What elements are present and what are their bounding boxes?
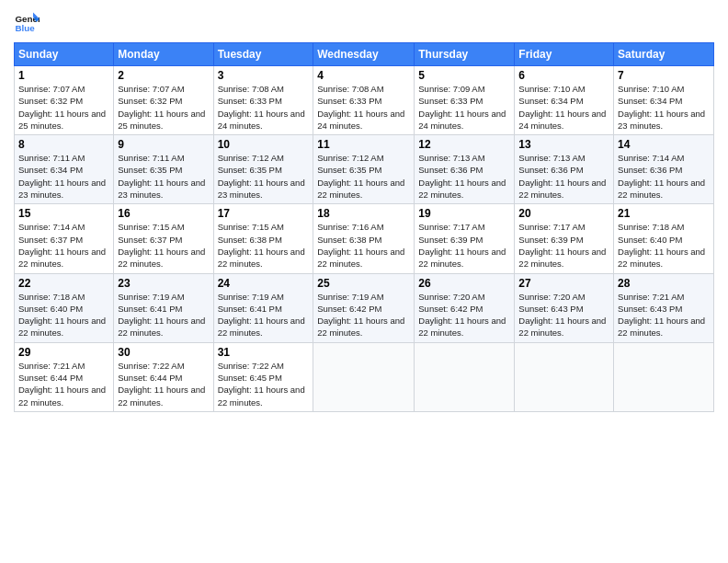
day-cell-7: 7 Sunrise: 7:10 AMSunset: 6:34 PMDayligh… [614, 66, 714, 135]
day-number: 21 [618, 207, 710, 220]
header-wednesday: Wednesday [313, 43, 415, 66]
day-info: Sunrise: 7:10 AMSunset: 6:34 PMDaylight:… [518, 84, 606, 131]
day-number: 5 [418, 69, 510, 82]
day-info: Sunrise: 7:10 AMSunset: 6:34 PMDaylight:… [618, 84, 705, 131]
day-info: Sunrise: 7:22 AMSunset: 6:44 PMDaylight:… [118, 361, 205, 408]
day-info: Sunrise: 7:07 AMSunset: 6:32 PMDaylight:… [118, 84, 205, 131]
day-info: Sunrise: 7:14 AMSunset: 6:37 PMDaylight:… [18, 222, 106, 269]
day-cell-28: 28 Sunrise: 7:21 AMSunset: 6:43 PMDaylig… [614, 273, 714, 342]
header-thursday: Thursday [415, 43, 515, 66]
day-number: 23 [118, 277, 209, 290]
day-number: 12 [418, 138, 510, 151]
day-number: 9 [118, 138, 209, 151]
day-number: 14 [618, 138, 710, 151]
empty-cell [313, 342, 415, 411]
header-sunday: Sunday [15, 43, 114, 66]
day-cell-15: 15 Sunrise: 7:14 AMSunset: 6:37 PMDaylig… [15, 204, 114, 273]
day-number: 17 [218, 207, 310, 220]
day-cell-13: 13 Sunrise: 7:13 AMSunset: 6:36 PMDaylig… [515, 135, 614, 204]
day-info: Sunrise: 7:17 AMSunset: 6:39 PMDaylight:… [418, 222, 506, 269]
day-cell-29: 29 Sunrise: 7:21 AMSunset: 6:44 PMDaylig… [15, 342, 114, 411]
day-number: 6 [518, 69, 609, 82]
day-cell-21: 21 Sunrise: 7:18 AMSunset: 6:40 PMDaylig… [614, 204, 714, 273]
day-cell-16: 16 Sunrise: 7:15 AMSunset: 6:37 PMDaylig… [114, 204, 213, 273]
header-monday: Monday [114, 43, 213, 66]
header-saturday: Saturday [614, 43, 714, 66]
day-number: 30 [118, 346, 209, 359]
day-number: 18 [317, 207, 410, 220]
day-info: Sunrise: 7:18 AMSunset: 6:40 PMDaylight:… [618, 222, 705, 269]
day-info: Sunrise: 7:19 AMSunset: 6:41 PMDaylight:… [118, 292, 205, 339]
day-cell-6: 6 Sunrise: 7:10 AMSunset: 6:34 PMDayligh… [515, 66, 614, 135]
week-row-3: 15 Sunrise: 7:14 AMSunset: 6:37 PMDaylig… [15, 204, 714, 273]
day-info: Sunrise: 7:14 AMSunset: 6:36 PMDaylight:… [618, 153, 705, 200]
day-cell-17: 17 Sunrise: 7:15 AMSunset: 6:38 PMDaylig… [213, 204, 313, 273]
day-info: Sunrise: 7:08 AMSunset: 6:33 PMDaylight:… [218, 84, 305, 131]
header: General Blue [14, 9, 714, 35]
day-number: 31 [218, 346, 310, 359]
day-number: 24 [218, 277, 310, 290]
day-number: 15 [18, 207, 109, 220]
day-cell-12: 12 Sunrise: 7:13 AMSunset: 6:36 PMDaylig… [415, 135, 515, 204]
day-cell-31: 31 Sunrise: 7:22 AMSunset: 6:45 PMDaylig… [213, 342, 313, 411]
day-info: Sunrise: 7:18 AMSunset: 6:40 PMDaylight:… [18, 292, 106, 339]
day-number: 2 [118, 69, 209, 82]
day-number: 22 [18, 277, 109, 290]
day-info: Sunrise: 7:15 AMSunset: 6:37 PMDaylight:… [118, 222, 205, 269]
empty-cell [515, 342, 614, 411]
day-info: Sunrise: 7:22 AMSunset: 6:45 PMDaylight:… [218, 361, 305, 408]
logo: General Blue [14, 9, 43, 35]
empty-cell [415, 342, 515, 411]
day-cell-8: 8 Sunrise: 7:11 AMSunset: 6:34 PMDayligh… [15, 135, 114, 204]
week-row-4: 22 Sunrise: 7:18 AMSunset: 6:40 PMDaylig… [15, 273, 714, 342]
day-cell-26: 26 Sunrise: 7:20 AMSunset: 6:42 PMDaylig… [415, 273, 515, 342]
day-cell-11: 11 Sunrise: 7:12 AMSunset: 6:35 PMDaylig… [313, 135, 415, 204]
day-cell-2: 2 Sunrise: 7:07 AMSunset: 6:32 PMDayligh… [114, 66, 213, 135]
day-cell-3: 3 Sunrise: 7:08 AMSunset: 6:33 PMDayligh… [213, 66, 313, 135]
day-info: Sunrise: 7:16 AMSunset: 6:38 PMDaylight:… [317, 222, 404, 269]
day-number: 26 [418, 277, 510, 290]
week-row-2: 8 Sunrise: 7:11 AMSunset: 6:34 PMDayligh… [15, 135, 714, 204]
day-info: Sunrise: 7:13 AMSunset: 6:36 PMDaylight:… [418, 153, 506, 200]
week-row-1: 1 Sunrise: 7:07 AMSunset: 6:32 PMDayligh… [15, 66, 714, 135]
week-row-5: 29 Sunrise: 7:21 AMSunset: 6:44 PMDaylig… [15, 342, 714, 411]
day-number: 29 [18, 346, 109, 359]
day-number: 4 [317, 69, 410, 82]
day-info: Sunrise: 7:15 AMSunset: 6:38 PMDaylight:… [218, 222, 305, 269]
empty-cell [614, 342, 714, 411]
day-info: Sunrise: 7:19 AMSunset: 6:42 PMDaylight:… [317, 292, 404, 339]
day-cell-24: 24 Sunrise: 7:19 AMSunset: 6:41 PMDaylig… [213, 273, 313, 342]
day-info: Sunrise: 7:08 AMSunset: 6:33 PMDaylight:… [317, 84, 404, 131]
day-number: 11 [317, 138, 410, 151]
day-info: Sunrise: 7:21 AMSunset: 6:43 PMDaylight:… [618, 292, 705, 339]
day-cell-14: 14 Sunrise: 7:14 AMSunset: 6:36 PMDaylig… [614, 135, 714, 204]
day-number: 1 [18, 69, 109, 82]
header-tuesday: Tuesday [213, 43, 313, 66]
day-number: 25 [317, 277, 410, 290]
day-number: 19 [418, 207, 510, 220]
day-number: 16 [118, 207, 209, 220]
day-info: Sunrise: 7:17 AMSunset: 6:39 PMDaylight:… [518, 222, 606, 269]
day-cell-25: 25 Sunrise: 7:19 AMSunset: 6:42 PMDaylig… [313, 273, 415, 342]
header-friday: Friday [515, 43, 614, 66]
logo-icon: General Blue [14, 9, 40, 35]
page: General Blue SundayMondayTuesdayWednesda… [0, 0, 728, 563]
day-number: 7 [618, 69, 710, 82]
day-info: Sunrise: 7:19 AMSunset: 6:41 PMDaylight:… [218, 292, 305, 339]
day-number: 28 [618, 277, 710, 290]
day-cell-9: 9 Sunrise: 7:11 AMSunset: 6:35 PMDayligh… [114, 135, 213, 204]
day-cell-22: 22 Sunrise: 7:18 AMSunset: 6:40 PMDaylig… [15, 273, 114, 342]
day-cell-20: 20 Sunrise: 7:17 AMSunset: 6:39 PMDaylig… [515, 204, 614, 273]
day-number: 27 [518, 277, 609, 290]
day-number: 3 [218, 69, 310, 82]
day-number: 20 [518, 207, 609, 220]
day-cell-18: 18 Sunrise: 7:16 AMSunset: 6:38 PMDaylig… [313, 204, 415, 273]
day-number: 13 [518, 138, 609, 151]
day-cell-19: 19 Sunrise: 7:17 AMSunset: 6:39 PMDaylig… [415, 204, 515, 273]
day-info: Sunrise: 7:11 AMSunset: 6:34 PMDaylight:… [18, 153, 106, 200]
day-cell-30: 30 Sunrise: 7:22 AMSunset: 6:44 PMDaylig… [114, 342, 213, 411]
day-info: Sunrise: 7:11 AMSunset: 6:35 PMDaylight:… [118, 153, 205, 200]
day-cell-1: 1 Sunrise: 7:07 AMSunset: 6:32 PMDayligh… [15, 66, 114, 135]
calendar-table: SundayMondayTuesdayWednesdayThursdayFrid… [14, 42, 714, 412]
day-cell-4: 4 Sunrise: 7:08 AMSunset: 6:33 PMDayligh… [313, 66, 415, 135]
